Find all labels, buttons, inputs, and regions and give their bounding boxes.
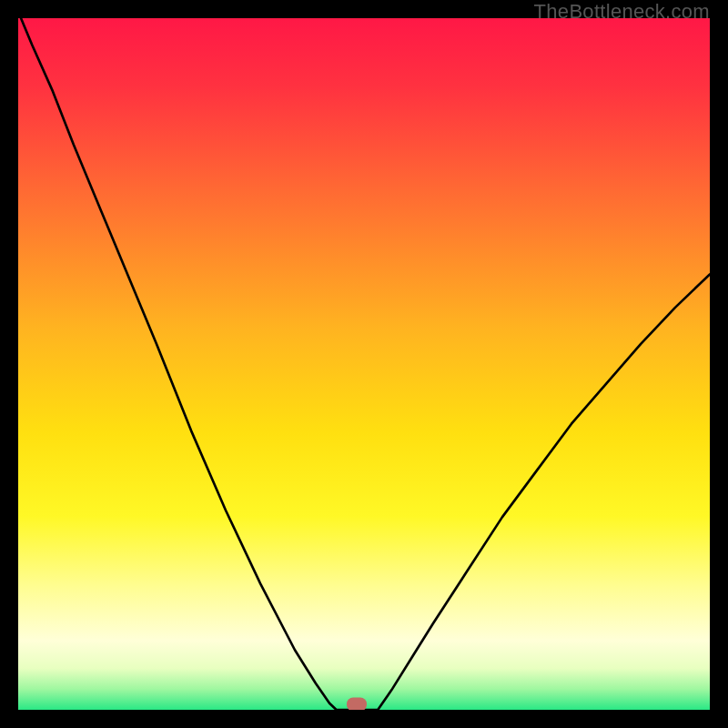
plot-area bbox=[18, 18, 710, 710]
optimal-marker bbox=[347, 698, 367, 710]
bottleneck-curve bbox=[18, 18, 710, 710]
curve-layer bbox=[18, 18, 710, 710]
watermark: TheBottleneck.com bbox=[534, 0, 710, 24]
